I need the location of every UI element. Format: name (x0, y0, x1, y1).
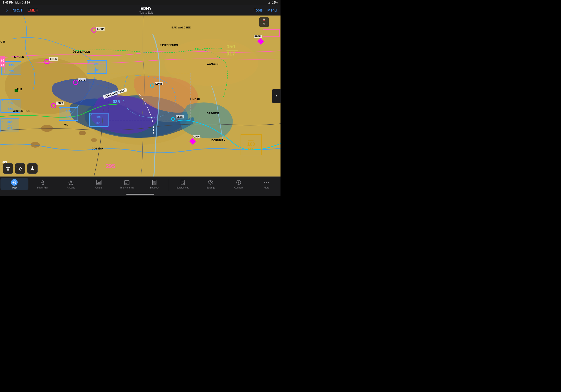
svg-rect-43 (181, 180, 185, 185)
label-dornbirn: DORNBIRN (211, 139, 225, 142)
connext-icon (235, 179, 242, 186)
status-bar: 3:07 PM Mon Jul 19 ▲ 12% (0, 0, 280, 5)
svg-point-47 (210, 182, 211, 183)
airport-label-ednl: EDNL (254, 35, 262, 38)
label-2nm: 2NM (2, 161, 7, 163)
svg-point-51 (266, 182, 267, 183)
label-gossau: GOSSAU (92, 147, 103, 150)
label-osi: OSI (0, 40, 5, 43)
track-button[interactable] (15, 163, 25, 174)
nav-center[interactable]: EDNY Tap to Edit (139, 6, 153, 14)
menu-button[interactable]: Menu (267, 8, 277, 12)
time-display: 3:07 PM (3, 1, 13, 4)
alt-label-050-017: 050017 (227, 44, 238, 57)
warn-box: WARN 100 SFC (241, 134, 262, 155)
airspace-box-c195-075: C 195 ── 075 (89, 113, 108, 127)
svg-marker-21 (31, 166, 34, 171)
svg-point-8 (79, 131, 86, 135)
label-bad-waldsee: BAD WALDSEE (172, 26, 191, 29)
tab-airports-label: Airports (67, 186, 75, 189)
tab-charts[interactable]: Charts (85, 178, 113, 190)
trip-planning-icon (124, 179, 130, 186)
map-bottom-controls (3, 163, 38, 174)
charts-icon (96, 179, 102, 186)
compass: N (259, 17, 269, 27)
tab-scratch-pad[interactable]: Scratch Pad (169, 178, 197, 190)
airport-edtz[interactable] (73, 80, 78, 85)
label-wil: WIL (64, 123, 68, 126)
svg-rect-27 (97, 180, 101, 185)
svg-point-9 (91, 138, 97, 142)
status-left: 3:07 PM Mon Jul 19 (3, 1, 30, 4)
tools-button[interactable]: Tools (254, 8, 263, 12)
map-icon (11, 179, 18, 186)
top-nav: ⇒ NRST EMER EDNY Tap to Edit Tools Menu (0, 5, 280, 15)
label-winterthur: WINTERTHUR (13, 109, 30, 112)
label-uberlingen: ÜBERLINGEN (73, 50, 90, 53)
tab-connext[interactable]: Connext (225, 178, 253, 190)
map-area[interactable]: C 195 ── 055 C 195 ── 085 C 195 ── 045 C… (0, 15, 280, 176)
tap-to-edit: Tap to Edit (139, 11, 153, 14)
scratch-pad-icon (180, 179, 186, 186)
label-bregenz: BREGENZ (207, 112, 219, 115)
layers-button[interactable] (3, 163, 13, 174)
tab-scratch-pad-label: Scratch Pad (176, 186, 189, 189)
tab-flight-plan-label: Flight Plan (37, 186, 48, 189)
tab-more[interactable]: More (253, 178, 280, 190)
label-singen: SINGEN (14, 55, 24, 58)
airport-label-edtp: EDTP (96, 27, 105, 31)
airport-title: EDNY (139, 6, 153, 11)
more-icon (263, 179, 270, 186)
svg-point-52 (268, 182, 269, 183)
airport-edtp[interactable] (91, 28, 97, 33)
airspace-box-c195-065: C 195 ── 065 (59, 107, 78, 121)
settings-icon (207, 179, 214, 186)
wifi-icon: ▲ (268, 1, 271, 4)
airport-label-edtz: EDTZ (78, 78, 86, 81)
airport-label-lszr: LSZR (176, 115, 184, 119)
airspace-box-c195-085: C 195 ── 085 (87, 60, 107, 74)
direct-to-button[interactable]: ⇒ (4, 8, 8, 13)
svg-text:N: N (263, 18, 265, 21)
airport-label-lszt: LSZT (56, 101, 64, 105)
tab-logbook-label: Logbook (150, 186, 159, 189)
airport-label-edny: EDNY (155, 82, 163, 85)
label-ravensburg: RAVENSBURG (160, 44, 178, 46)
logbook-icon (151, 179, 158, 186)
map-svg (0, 15, 280, 176)
airport-edny[interactable] (150, 83, 154, 88)
svg-point-50 (264, 182, 265, 183)
tab-bar: Map Flight Plan Airports (0, 176, 280, 196)
airport-edsr[interactable] (44, 59, 50, 64)
tab-settings-label: Settings (206, 186, 215, 189)
tab-more-label: More (264, 186, 269, 189)
left-alt-label-65b: 65 (0, 63, 5, 67)
map-number-295: 295 (106, 163, 115, 169)
airport-lszt[interactable] (51, 103, 56, 108)
svg-point-11 (31, 142, 40, 148)
tab-logbook[interactable]: Logbook (141, 178, 169, 190)
tab-map-label: Map (12, 186, 17, 189)
left-alt-label-65: 65 (0, 58, 5, 63)
airports-icon (68, 179, 74, 186)
emer-button[interactable]: EMER (27, 8, 38, 12)
nrst-button[interactable]: NRST (12, 8, 23, 12)
label-wangen: WANGEN (207, 63, 218, 65)
status-right: ▲ 12% (268, 1, 278, 4)
tab-airports[interactable]: Airports (57, 178, 85, 190)
svg-rect-32 (125, 181, 129, 185)
label-lindau: LINDAU (190, 98, 200, 101)
tab-map[interactable]: Map (0, 178, 28, 190)
tab-trip-planning[interactable]: Trip Planning (113, 178, 141, 190)
svg-point-26 (70, 182, 72, 183)
svg-point-10 (41, 125, 53, 132)
map-right-arrow-button[interactable]: ‹ (272, 89, 280, 103)
battery-display: 12% (272, 1, 278, 4)
airport-lszr[interactable] (171, 117, 175, 121)
tab-trip-planning-label: Trip Planning (120, 186, 134, 189)
location-button[interactable] (27, 163, 38, 174)
airport-label-zue: ZUE (17, 88, 22, 91)
tab-flight-plan[interactable]: Flight Plan (29, 178, 57, 190)
flight-plan-icon (40, 179, 46, 186)
tab-settings[interactable]: Settings (197, 178, 225, 190)
